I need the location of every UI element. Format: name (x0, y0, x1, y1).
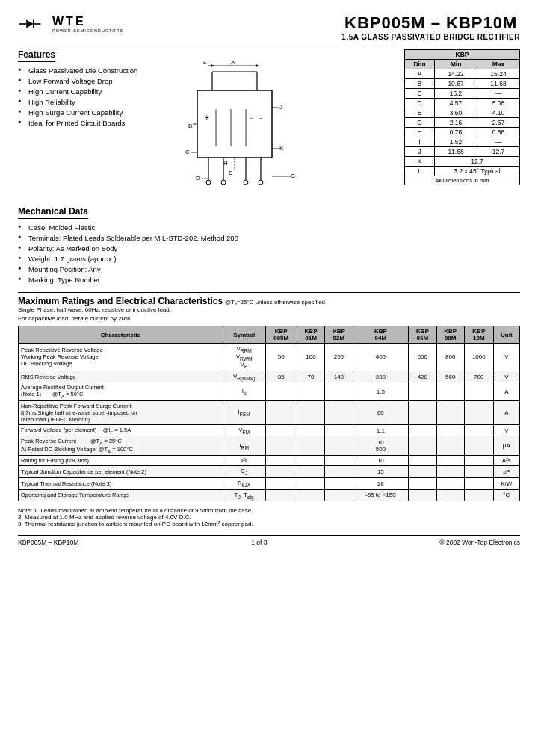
svg-text:E: E (229, 170, 232, 176)
val-vr-08: 800 (436, 344, 464, 371)
val-vr-10: 1000 (464, 344, 493, 371)
dim-B: B (405, 79, 435, 89)
ratings-section: Maximum Ratings and Electrical Character… (18, 296, 520, 322)
features-left: Features Glass Passivated Die Constructi… (18, 49, 167, 200)
logo-subtitle-text: POWER SEMICONDUCTORS (52, 28, 123, 33)
svg-point-27 (221, 180, 226, 185)
main-title: KBP005M – KBP10M (341, 13, 520, 33)
col-kbp08m: KBP08M (436, 326, 464, 344)
feature-item-3: High Current Capability (18, 86, 167, 96)
svg-marker-1 (26, 19, 34, 28)
sym-vr: VRRMVRWMVR (223, 344, 265, 371)
val-vr-005: 50 (265, 344, 297, 371)
ratings-note2: For capacitive load, derate current by 2… (18, 315, 520, 322)
dim-G: G (405, 118, 435, 128)
col-symbol: Symbol (223, 326, 265, 344)
char-io: Average Rectified Output Current(Note 1)… (19, 382, 223, 401)
svg-text:C: C (185, 149, 190, 155)
table-row: Typical Thermal Resistance (Note 3) RθJA… (19, 478, 520, 490)
svg-point-28 (244, 180, 248, 185)
sym-vrms: VR(RMS) (223, 371, 265, 382)
mech-item-1: Case: Molded Plastic (18, 222, 520, 232)
svg-rect-4 (197, 90, 272, 158)
val-vr-02: 200 (325, 344, 353, 371)
table-row: Peak Repetitive Reverse VoltageWorking P… (19, 344, 520, 371)
table-row: Operating and Storage Temperature Range … (19, 489, 520, 501)
svg-text:G: G (291, 173, 295, 179)
mech-item-2: Terminals: Plated Leads Solderable per M… (18, 232, 520, 243)
feature-item-5: High Surge Current Capability (18, 107, 167, 117)
kbp-header: KBP (405, 50, 520, 60)
sym-ifsm: IFSM (223, 400, 265, 424)
svg-text:H: H (223, 160, 228, 167)
sym-cj: CJ (223, 466, 265, 478)
table-row: Peak Reverse Current @TA = 25°CAt Rated … (19, 436, 520, 456)
svg-point-26 (206, 180, 211, 185)
col-kbp005m: KBP005M (265, 326, 297, 344)
logo-text: WTE POWER SEMICONDUCTORS (52, 15, 123, 33)
sym-vfm: VFM (223, 424, 265, 436)
svg-text:A: A (231, 59, 235, 66)
ratings-title: Maximum Ratings and Electrical Character… (18, 296, 223, 306)
mechanical-title: Mechanical Data (18, 206, 88, 219)
sym-i2t: I²t (223, 456, 265, 466)
mech-item-5: Mounting Position: Any (18, 264, 520, 274)
kbp-dimensions-table: KBP Dim Min Max A14.2215.24 B10.6711.68 … (404, 49, 520, 200)
svg-text:+: + (205, 114, 209, 122)
table-row: Average Rectified Output Current(Note 1)… (19, 382, 520, 401)
col-kbp04m: KBP04M (353, 326, 409, 344)
char-rthja: Typical Thermal Resistance (Note 3) (19, 478, 223, 490)
dim-J: J (405, 147, 435, 157)
col-characteristic: Characteristic (19, 326, 223, 344)
note-2: 2. Measured at 1.0 MHz and applied rever… (18, 514, 520, 521)
char-irm: Peak Reverse Current @TA = 25°CAt Rated … (19, 436, 223, 456)
unit-vr: V (493, 344, 519, 371)
feature-item-6: Ideal for Printed Circuit Boards (18, 117, 167, 128)
svg-text:L: L (203, 59, 207, 66)
diagram-area: A L B C J K I H (175, 49, 520, 200)
features-list: Glass Passivated Die Construction Low Fo… (18, 65, 167, 128)
max-col-header: Max (477, 60, 520, 69)
col-kbp02m: KBP02M (325, 326, 353, 344)
svg-text:K: K (279, 145, 284, 152)
dimensions-table: KBP Dim Min Max A14.2215.24 B10.6711.68 … (404, 49, 520, 185)
table-row: RMS Reverse Voltage VR(RMS) 35 70 140 28… (19, 371, 520, 382)
note-3: 3. Thermal resistance junction to ambien… (18, 521, 520, 527)
mech-item-6: Marking: Type Number (18, 274, 520, 285)
ratings-condition: @Tₐ=25°C unless otherwise specified (225, 299, 325, 306)
header-divider (18, 46, 520, 46)
characteristics-table: Characteristic Symbol KBP005M KBP01M KBP… (18, 326, 520, 501)
title-area: KBP005M – KBP10M 1.5A GLASS PASSIVATED B… (341, 13, 520, 41)
table-row: Rating for Fusing (t<8.3ms) I²t 10 A²s (19, 456, 520, 466)
notes-section: Note: 1. Leads maintained at ambient tem… (18, 507, 520, 527)
ratings-divider (18, 292, 520, 293)
val-vr-04: 400 (353, 344, 409, 371)
footer-center: 1 of 3 (251, 539, 267, 546)
char-cj: Typical Junction Capacitance per element… (19, 466, 223, 478)
mech-item-4: Weight: 1.7 grams (approx.) (18, 253, 520, 264)
val-vr-01: 100 (297, 344, 324, 371)
feature-item-1: Glass Passivated Die Construction (18, 65, 167, 75)
dim-I: I (405, 137, 435, 147)
feature-item-2: Low Forward Voltage Drop (18, 75, 167, 86)
ratings-note1: Single Phase, half wave, 60Hz, resistive… (18, 306, 520, 313)
dim-D: D (405, 99, 435, 108)
logo-area: WTE POWER SEMICONDUCTORS (18, 13, 123, 34)
mechanical-list: Case: Molded Plastic Terminals: Plated L… (18, 222, 520, 285)
char-vr: Peak Repetitive Reverse VoltageWorking P… (19, 344, 223, 371)
table-row: Non-Repetitive Peak Forward Surge Curren… (19, 400, 520, 424)
main-subtitle: 1.5A GLASS PASSIVATED BRIDGE RECTIFIER (341, 33, 520, 41)
page-header: WTE POWER SEMICONDUCTORS KBP005M – KBP10… (18, 13, 520, 41)
dim-L: L (405, 167, 435, 176)
dim-col-header: Dim (405, 60, 435, 69)
sym-irm: IRM (223, 436, 265, 456)
footer-left: KBP005M – KBP10M (18, 539, 78, 546)
col-kbp01m: KBP01M (297, 326, 324, 344)
val-vr-06: 600 (409, 344, 436, 371)
mech-item-3: Polarity: As Marked on Body (18, 243, 520, 253)
page-footer: KBP005M – KBP10M 1 of 3 © 2002 Won-Top E… (18, 535, 520, 546)
svg-text:B: B (188, 123, 192, 129)
char-vfm: Forward Voltage (per element) @IF = 1.5A (19, 424, 223, 436)
svg-text:~: ~ (259, 116, 262, 121)
logo-wte-text: WTE (52, 15, 123, 28)
